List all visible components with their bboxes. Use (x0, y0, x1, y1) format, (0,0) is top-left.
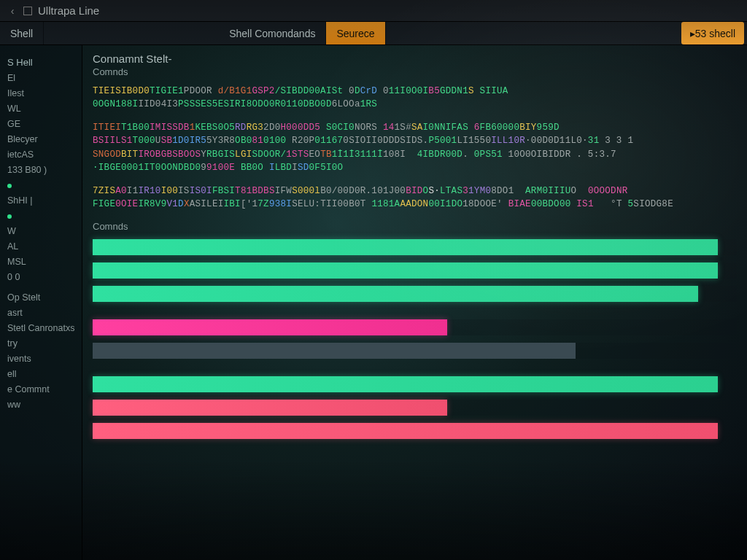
status-badge: ▸ 53 shecll (681, 22, 744, 44)
bar-row (93, 423, 737, 439)
sidebar-item[interactable]: 0 0 (4, 271, 77, 284)
bars-chart (93, 239, 737, 439)
sidebar-item[interactable]: ivents (4, 352, 77, 365)
sidebar: S HellElIlestWLGEBlecyerietcAS133 B80 )S… (0, 45, 82, 560)
bar-row (93, 286, 737, 302)
sidebar-item[interactable]: try (4, 337, 77, 350)
tab-commands[interactable]: Shell Comondands (219, 22, 326, 44)
sidebar-item[interactable]: El (4, 71, 77, 85)
bar-row (93, 262, 737, 279)
tab-shell[interactable]: Shell (0, 22, 44, 44)
sidebar-item[interactable]: WL (4, 102, 77, 115)
sidebar-item[interactable]: Blecyer (4, 133, 77, 146)
sidebar-item[interactable] (4, 286, 77, 289)
bolt-icon: ▸ (690, 28, 695, 39)
sidebar-item[interactable] (4, 179, 77, 192)
sidebar-item[interactable]: asrt (4, 306, 77, 319)
sidebar-item[interactable]: MSL (4, 255, 77, 268)
sidebar-item[interactable]: ietcAS (4, 148, 77, 161)
badge-text: 53 shecll (695, 28, 735, 39)
bar-row (93, 343, 737, 359)
bar-row (93, 376, 737, 392)
back-icon[interactable]: ‹ (6, 4, 19, 18)
section-subtitle: Comnds (93, 66, 737, 77)
section-title: Connamnt Stelt- (93, 52, 737, 65)
sidebar-item[interactable]: e Commnt (4, 383, 77, 396)
sidebar-item[interactable]: S Hell (4, 55, 77, 69)
hex-block-3: 7ZISA0I1IR10I00ISIS0IFBSIT81BDBSIFWS000l… (93, 184, 737, 211)
sidebar-item[interactable]: Op Stelt (4, 291, 77, 304)
sidebar-item[interactable]: AL (4, 240, 77, 253)
tabstrip: Shell Shell Comondands Seurece ▸ 53 shec… (0, 22, 747, 45)
titlebar: ‹ Ulltrapa Line (0, 0, 747, 22)
bars-title: Comnds (93, 221, 737, 232)
tab-sequence[interactable]: Seurece (326, 22, 385, 44)
main-panel: Connamnt Stelt- Comnds TIEISIB0D0TIGIE1P… (82, 45, 747, 560)
sidebar-item[interactable]: 133 B80 ) (4, 163, 77, 176)
window-title: Ulltrapa Line (38, 4, 99, 17)
hex-block-1: TIEISIB0D0TIGIE1PDOOR d/B1G1GSP2/SIBDD00… (93, 85, 737, 111)
sidebar-item[interactable]: GE (4, 117, 77, 131)
sidebar-item[interactable]: W (4, 225, 77, 238)
bar-row (93, 319, 737, 335)
sidebar-item[interactable]: ShHI | (4, 194, 77, 207)
bar-row (93, 239, 737, 255)
hex-block-2: ITIEIT1B00IMISSDB1KEBS0O5RDRG32D0H000DD5… (93, 121, 737, 174)
sidebar-item[interactable]: ww (4, 398, 77, 411)
sidebar-item[interactable] (4, 209, 77, 222)
sidebar-item[interactable]: Stetl Canronatxs (4, 322, 77, 335)
sidebar-item[interactable]: ell (4, 368, 77, 381)
window-icon (23, 7, 32, 15)
bar-row (93, 400, 737, 416)
sidebar-item[interactable]: Ilest (4, 87, 77, 100)
